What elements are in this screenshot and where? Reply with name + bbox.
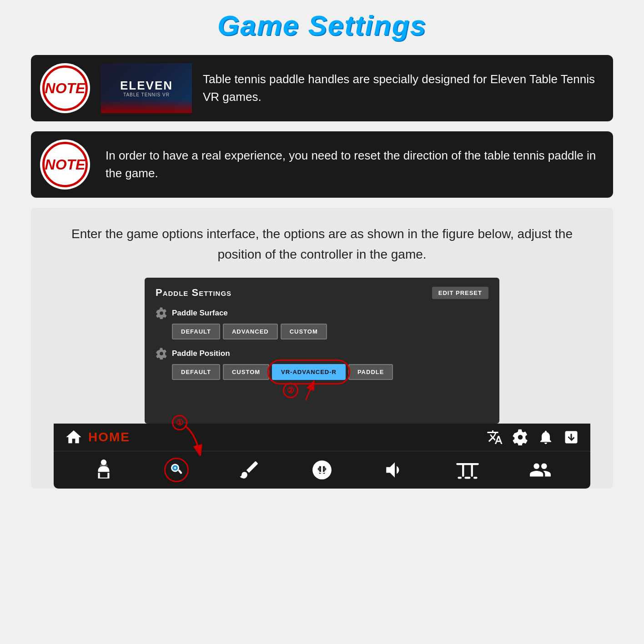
note-box-2: NOTE In order to have a real experience,… [31, 131, 613, 198]
nav-top-bar: HOME [54, 424, 590, 451]
position-custom-btn[interactable]: CUSTOM [223, 364, 269, 380]
door-icon[interactable] [563, 429, 579, 445]
svg-rect-14 [465, 477, 471, 479]
svg-point-8 [318, 467, 321, 470]
mask-icon[interactable] [310, 458, 334, 482]
game-banner: ELEVEN TABLE TENNIS VR [101, 63, 192, 113]
position-label: Paddle Position [172, 349, 230, 358]
annotation-area: Paddle Settings EDIT PRESET Paddle Surfa… [54, 278, 590, 489]
panel-wrapper: Paddle Settings EDIT PRESET Paddle Surfa… [145, 278, 499, 424]
position-default-btn[interactable]: DEFAULT [172, 364, 220, 380]
annotation-2-area: ② [156, 380, 488, 403]
svg-rect-10 [456, 463, 479, 464]
paddle-icon-circled[interactable] [164, 458, 189, 482]
svg-rect-15 [473, 477, 478, 479]
note-text-2: In order to have a real experience, you … [101, 147, 599, 182]
page-title: Game Settings [217, 9, 427, 41]
surface-label-row: Paddle Surface [156, 307, 488, 319]
position-vr-advanced-btn[interactable]: VR-ADVANCED-R [272, 364, 346, 380]
home-label: HOME [88, 430, 130, 444]
note-box-1: NOTE ELEVEN TABLE TENNIS VR Table tennis… [31, 55, 613, 121]
game-title: ELEVEN [120, 80, 173, 91]
position-label-row: Paddle Position [156, 348, 488, 359]
home-icon[interactable] [65, 428, 83, 446]
surface-button-group: DEFAULT ADVANCED CUSTOM [156, 324, 488, 339]
surface-advanced-btn[interactable]: ADVANCED [223, 324, 278, 339]
svg-point-9 [323, 467, 326, 470]
note-text-1: Table tennis paddle handles are speciall… [203, 70, 599, 106]
note-label-1: NOTE [42, 65, 88, 111]
svg-rect-2 [100, 464, 108, 468]
art-icon[interactable] [237, 458, 262, 482]
vr-advanced-wrapper: VR-ADVANCED-R [272, 364, 346, 380]
edit-preset-button[interactable]: EDIT PRESET [432, 287, 488, 299]
panel-header: Paddle Settings EDIT PRESET [156, 287, 488, 299]
translate-icon[interactable] [487, 429, 503, 445]
speaker-icon[interactable] [382, 458, 407, 482]
settings-icon[interactable] [512, 429, 528, 445]
nav-home: HOME [65, 428, 130, 446]
gear-icon-surface [156, 307, 167, 319]
note-label-2: NOTE [42, 142, 88, 187]
multiplayer-icon[interactable] [528, 458, 553, 482]
paddle-position-row: Paddle Position DEFAULT CUSTOM VR-ADVANC… [156, 348, 488, 403]
gear-icon-position [156, 348, 167, 359]
nav-icons-right [487, 429, 579, 445]
svg-rect-11 [462, 463, 464, 476]
surface-custom-btn[interactable]: CUSTOM [281, 324, 327, 339]
position-paddle-btn[interactable]: PADDLE [348, 364, 393, 380]
info-text: Enter the game options interface, the op… [54, 224, 590, 265]
svg-rect-12 [471, 463, 473, 476]
svg-point-5 [174, 467, 176, 469]
table-icon[interactable] [455, 458, 480, 482]
arrow-2 [287, 380, 324, 403]
bottom-nav: HOME [54, 424, 590, 489]
svg-rect-6 [178, 469, 182, 474]
panel-title: Paddle Settings [156, 287, 231, 299]
info-box: Enter the game options interface, the op… [31, 208, 613, 489]
note-icon-2: NOTE [40, 140, 90, 190]
player-icon[interactable] [91, 458, 116, 482]
svg-rect-13 [458, 477, 462, 479]
position-button-group: DEFAULT CUSTOM VR-ADVANCED-R PADDLE [156, 364, 488, 380]
bottom-nav-wrapper: HOME [54, 424, 590, 489]
surface-default-btn[interactable]: DEFAULT [172, 324, 220, 339]
settings-panel: Paddle Settings EDIT PRESET Paddle Surfa… [145, 278, 499, 424]
surface-label: Paddle Surface [172, 309, 228, 318]
bell-icon[interactable] [538, 429, 554, 445]
nav-bottom-relative: ① [54, 451, 590, 489]
nav-bottom-bar [54, 451, 590, 489]
game-subtitle: TABLE TENNIS VR [123, 92, 170, 97]
note-icon-1: NOTE [40, 63, 90, 113]
paddle-surface-row: Paddle Surface DEFAULT ADVANCED CUSTOM [156, 307, 488, 339]
